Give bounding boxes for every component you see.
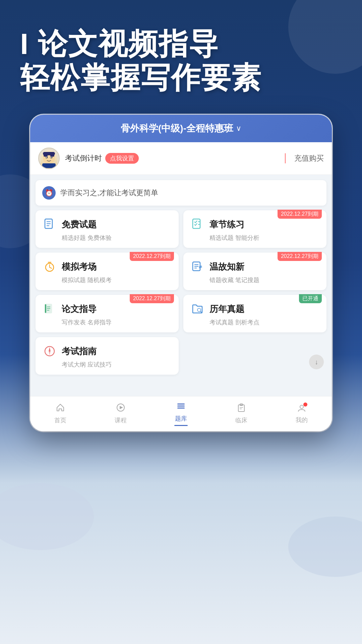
card-chapter-badge: 2022.12.27到期 (278, 210, 322, 219)
clipboard-icon (237, 403, 246, 415)
svg-marker-36 (120, 406, 123, 409)
card-icon-row: 章节练习 (190, 217, 320, 232)
scroll-area: ↓ (30, 379, 332, 396)
card-chapter-subtitle: 精选试题 智能分析 (190, 234, 320, 242)
card-thesis-subtitle: 写作发表 名师指导 (42, 318, 172, 326)
avatar-figure (41, 150, 57, 168)
svg-rect-39 (177, 408, 185, 409)
nav-clinical-label: 临床 (235, 416, 247, 424)
nav-course-label: 课程 (115, 416, 127, 424)
bg-blob-bottom-right (288, 517, 362, 577)
banner-chevron-icon: ∨ (236, 124, 241, 133)
card-exam-guide-subtitle: 考试大纲 应试技巧 (42, 361, 172, 369)
app-inner: 骨外科学(中级)-全程特惠班 ∨ (30, 115, 332, 431)
bottom-nav: 首页 课程 题库 (30, 396, 332, 431)
card-icon-row: 温故知新 (190, 259, 320, 274)
card-icon-row: 论文指导 (42, 302, 172, 316)
card-review-subtitle: 错题收藏 笔记搜题 (190, 276, 320, 284)
nav-questions-label: 题库 (175, 415, 187, 423)
notification-dot (303, 402, 307, 407)
card-mock-title: 模拟考场 (62, 261, 97, 273)
svg-point-3 (47, 157, 48, 158)
motto-text: 学而实习之,才能让考试更简单 (60, 188, 158, 198)
svg-line-18 (50, 267, 52, 268)
nav-clinical[interactable]: 临床 (225, 403, 258, 424)
device-wrapper: 骨外科学(中级)-全程特惠班 ∨ (0, 108, 362, 431)
app-top-banner[interactable]: 骨外科学(中级)-全程特惠班 ∨ (30, 115, 332, 142)
grid-section: 免费试题 精选好题 免费体验 2022.12.27到期 章节练习 精选试题 智能… (30, 206, 332, 379)
compass-icon (42, 344, 57, 359)
recharge-button[interactable]: 充值购买 (294, 153, 324, 163)
nav-active-indicator (174, 425, 188, 426)
nav-mine-icon-wrap (297, 404, 306, 414)
banner-title: 骨外科学(中级)-全程特惠班 (121, 122, 233, 135)
nav-mine-label: 我的 (296, 416, 308, 424)
svg-point-34 (49, 351, 50, 352)
svg-point-44 (300, 405, 303, 409)
card-review[interactable]: 2022.12.27到期 温故知新 错题收藏 笔记搜题 (183, 253, 326, 290)
card-past-title: 历年真题 (209, 303, 244, 315)
svg-rect-37 (177, 404, 185, 405)
countdown-label: 考试倒计时 (65, 153, 102, 163)
menu-icon (176, 401, 186, 413)
hero-line2: 轻松掌握写作要素 (20, 61, 342, 95)
avatar (38, 148, 60, 169)
card-chapter-practice[interactable]: 2022.12.27到期 章节练习 精选试题 智能分析 (183, 210, 326, 248)
book-icon (42, 302, 57, 316)
card-review-badge: 2022.12.27到期 (278, 252, 322, 261)
nav-home[interactable]: 首页 (44, 403, 77, 424)
card-past-badge: 已开通 (299, 294, 322, 303)
avatar-svg (41, 151, 57, 168)
card-mock-badge: 2022.12.27到期 (130, 252, 174, 261)
hero-section: I 论文视频指导 轻松掌握写作要素 (0, 0, 362, 108)
card-exam-guide[interactable]: 考试指南 考试大纲 应试技巧 (36, 337, 179, 375)
hero-line1: I 论文视频指导 (20, 27, 342, 61)
card-past-subtitle: 考试真题 剖析考点 (190, 318, 320, 326)
svg-rect-8 (42, 163, 56, 168)
nav-course[interactable]: 课程 (104, 403, 137, 424)
countdown-section: 考试倒计时 点我设置 (65, 153, 276, 164)
card-thesis-badge: 2022.12.27到期 (130, 294, 174, 303)
card-mock-exam[interactable]: 2022.12.27到期 模拟考场 模拟试题 随机模考 (36, 253, 179, 290)
play-icon (116, 403, 125, 415)
card-mock-subtitle: 模拟试题 随机模考 (42, 276, 172, 284)
document-icon (42, 217, 57, 232)
card-chapter-title: 章节练习 (209, 219, 244, 230)
svg-rect-7 (50, 155, 54, 157)
nav-questions[interactable]: 题库 (164, 401, 198, 426)
svg-rect-38 (177, 406, 185, 407)
card-past-exams[interactable]: 已开通 历年真题 考试真题 剖析考点 (183, 295, 326, 332)
device-frame: 骨外科学(中级)-全程特惠班 ∨ (30, 115, 332, 431)
card-thesis-title: 论文指导 (62, 303, 97, 315)
folder-icon (190, 302, 205, 316)
clock-exam-icon (42, 259, 57, 274)
nav-mine[interactable]: 我的 (285, 404, 318, 424)
card-free-questions-subtitle: 精选好题 免费体验 (42, 234, 172, 242)
checklist-icon (190, 217, 205, 232)
card-icon-row: 考试指南 (42, 344, 172, 359)
card-exam-guide-title: 考试指南 (62, 345, 97, 357)
motto-bar: ⏰ 学而实习之,才能让考试更简单 (36, 180, 326, 206)
profile-bar: 考试倒计时 点我设置 充值购买 (30, 142, 332, 175)
nav-home-label: 首页 (54, 416, 66, 424)
card-icon-row: 模拟考场 (42, 259, 172, 274)
card-free-questions[interactable]: 免费试题 精选好题 免费体验 (36, 210, 179, 248)
clock-icon: ⏰ (42, 186, 56, 200)
home-icon (56, 403, 65, 415)
card-review-title: 温故知新 (209, 261, 244, 273)
bg-blob-bottom-left (0, 483, 94, 550)
svg-rect-25 (45, 304, 46, 313)
card-icon-row: 免费试题 (42, 217, 172, 232)
svg-line-30 (200, 311, 202, 313)
card-icon-row: 历年真题 (190, 302, 320, 316)
countdown-button[interactable]: 点我设置 (105, 153, 139, 164)
hero-title: I 论文视频指导 轻松掌握写作要素 (20, 27, 342, 95)
notes-icon (190, 259, 205, 274)
svg-rect-6 (44, 155, 48, 157)
card-free-questions-title: 免费试题 (62, 219, 97, 230)
divider (285, 153, 286, 163)
card-thesis[interactable]: 2022.12.27到期 论文指导 写作发表 名师指导 (36, 295, 179, 332)
svg-point-4 (51, 157, 52, 158)
